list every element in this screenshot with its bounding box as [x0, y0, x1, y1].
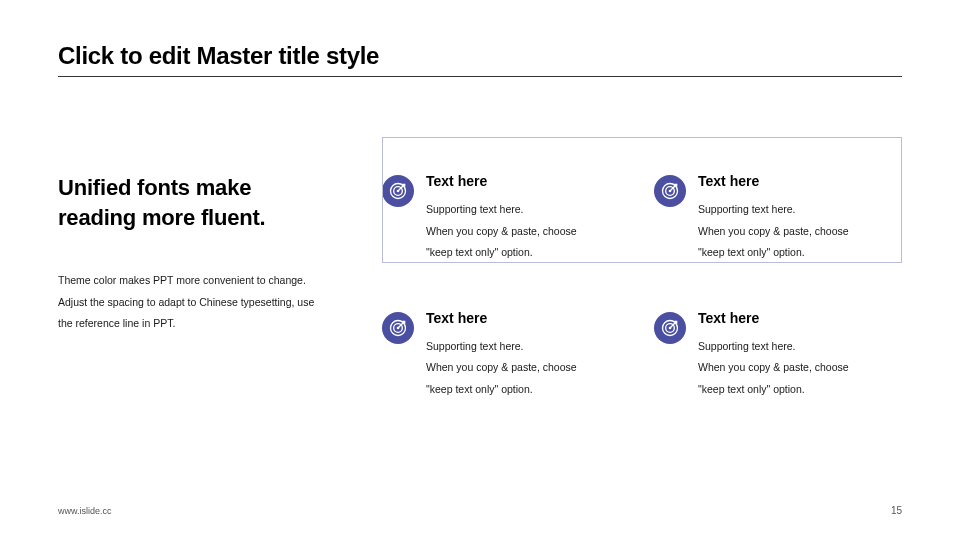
- card-body-line3: "keep text only" option.: [698, 383, 805, 395]
- card-title: Text here: [426, 310, 577, 326]
- left-heading-line2: reading more fluent.: [58, 205, 265, 230]
- card: Text here Supporting text here. When you…: [654, 310, 902, 401]
- card-text[interactable]: Text here Supporting text here. When you…: [698, 310, 849, 401]
- left-body-line3: the reference line in PPT.: [58, 317, 175, 329]
- svg-line-15: [670, 321, 677, 328]
- left-body-line1: Theme color makes PPT more convenient to…: [58, 274, 306, 286]
- left-heading[interactable]: Unified fonts make reading more fluent.: [58, 173, 358, 232]
- content-area: Unified fonts make reading more fluent. …: [58, 137, 902, 400]
- card-body-line3: "keep text only" option.: [426, 383, 533, 395]
- card-body: Supporting text here. When you copy & pa…: [426, 336, 577, 401]
- card-body: Supporting text here. When you copy & pa…: [698, 336, 849, 401]
- target-icon: [382, 312, 414, 344]
- right-column: Text here Supporting text here. When you…: [382, 137, 902, 400]
- target-icon: [654, 312, 686, 344]
- outline-box: [382, 137, 902, 263]
- left-column: Unified fonts make reading more fluent. …: [58, 137, 358, 400]
- card-body-line2: When you copy & paste, choose: [426, 361, 577, 373]
- page-number: 15: [891, 505, 902, 516]
- card-title: Text here: [698, 310, 849, 326]
- left-heading-line1: Unified fonts make: [58, 175, 251, 200]
- page-title[interactable]: Click to edit Master title style: [58, 42, 902, 77]
- card-text[interactable]: Text here Supporting text here. When you…: [426, 310, 577, 401]
- card: Text here Supporting text here. When you…: [382, 310, 630, 401]
- svg-line-11: [398, 321, 405, 328]
- card-body-line2: When you copy & paste, choose: [698, 361, 849, 373]
- footer-url: www.islide.cc: [58, 506, 112, 516]
- card-body-line1: Supporting text here.: [426, 340, 523, 352]
- card-body-line1: Supporting text here.: [698, 340, 795, 352]
- slide: Click to edit Master title style Unified…: [0, 0, 960, 540]
- left-body-line2: Adjust the spacing to adapt to Chinese t…: [58, 296, 314, 308]
- left-body[interactable]: Theme color makes PPT more convenient to…: [58, 270, 358, 335]
